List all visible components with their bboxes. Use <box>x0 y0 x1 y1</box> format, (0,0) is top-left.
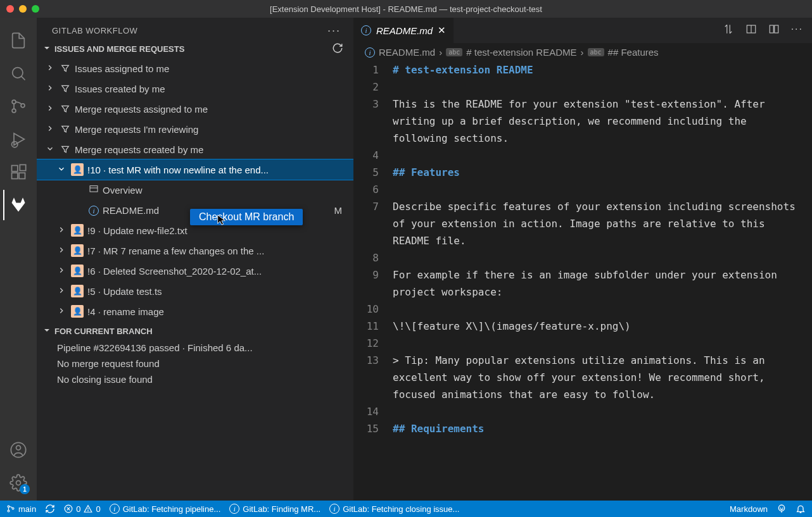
compare-icon[interactable] <box>723 23 734 37</box>
svg-point-13 <box>16 481 21 485</box>
more-icon[interactable]: ··· <box>791 23 803 37</box>
code-line: Describe specific features of your exten… <box>393 198 812 249</box>
code-line: > Tip: Many popular extensions utilize a… <box>393 352 812 403</box>
run-debug-icon[interactable] <box>3 124 34 154</box>
sidebar-title: GITLAB WORKFLOW ··· <box>37 18 353 40</box>
split-editor-icon[interactable] <box>745 23 757 37</box>
svg-rect-14 <box>90 185 98 191</box>
gitlab-issue-status[interactable]: i GitLab: Fetching closing issue... <box>329 504 459 514</box>
close-window-button[interactable] <box>6 5 14 13</box>
chevron-right-icon <box>44 63 56 74</box>
branch-indicator[interactable]: main <box>6 504 36 514</box>
chevron-down-icon <box>42 325 52 337</box>
sync-icon[interactable] <box>45 504 55 514</box>
info-icon: i <box>110 504 120 514</box>
settings-gear-icon[interactable]: 1 <box>3 468 34 498</box>
chevron-right-icon: › <box>581 47 584 58</box>
tab-readme[interactable]: i README.md ✕ <box>353 18 454 43</box>
filter-icon <box>60 144 71 154</box>
chevron-right-icon <box>56 306 67 317</box>
tree-mr-child[interactable]: Overview <box>37 180 353 200</box>
svg-point-4 <box>21 104 25 108</box>
section-branch-header[interactable]: FOR CURRENT BRANCH <box>37 323 353 340</box>
tree-item-label: !10 · test MR with now newline at the en… <box>87 165 348 175</box>
more-icon[interactable]: ··· <box>327 24 341 37</box>
line-number: 6 <box>353 181 379 198</box>
maximize-window-button[interactable] <box>32 5 39 13</box>
tree-item-label: Merge requests created by me <box>75 144 348 155</box>
line-number: 11 <box>353 318 379 335</box>
line-number: 15 <box>353 420 379 437</box>
svg-rect-9 <box>19 173 25 178</box>
tree-mr-item[interactable]: 👤!4 · rename image <box>37 301 353 321</box>
tree-filter-item[interactable]: Merge requests I'm reviewing <box>37 119 353 139</box>
branch-status-item[interactable]: Pipeline #322694136 passed · Finished 6 … <box>57 340 353 356</box>
chevron-right-icon <box>56 225 67 236</box>
tree-item-label: Merge requests assigned to me <box>75 104 348 115</box>
accounts-icon[interactable] <box>3 435 34 465</box>
tree-item-label: Issues assigned to me <box>75 63 348 74</box>
refresh-icon[interactable] <box>332 42 343 56</box>
editor-content[interactable]: 123456789101112131415 # test-extension R… <box>353 61 812 501</box>
close-icon[interactable]: ✕ <box>438 25 446 36</box>
info-icon: i <box>89 204 99 216</box>
info-icon: i <box>229 504 239 514</box>
sidebar: GITLAB WORKFLOW ··· ISSUES AND MERGE REQ… <box>37 18 353 501</box>
titlebar: [Extension Development Host] - README.md… <box>0 0 812 18</box>
gitlab-icon[interactable] <box>3 190 34 220</box>
code-line <box>393 403 812 420</box>
gitlab-mr-status[interactable]: i GitLab: Finding MR... <box>229 504 320 514</box>
source-control-icon[interactable] <box>3 91 34 121</box>
settings-badge: 1 <box>20 484 30 494</box>
line-number: 9 <box>353 266 379 301</box>
svg-marker-5 <box>14 134 24 146</box>
code-line <box>393 249 812 266</box>
tree-filter-item[interactable]: Issues created by me <box>37 78 353 99</box>
line-number: 14 <box>353 403 379 420</box>
language-mode[interactable]: Markdown <box>730 504 768 514</box>
window-title: [Extension Development Host] - README.md… <box>270 4 542 14</box>
tree-filter-item[interactable]: Merge requests assigned to me <box>37 99 353 119</box>
chevron-right-icon <box>56 246 67 256</box>
svg-rect-8 <box>12 173 18 178</box>
code-line <box>393 181 812 198</box>
svg-point-22 <box>12 508 14 509</box>
svg-point-12 <box>16 445 21 450</box>
svg-rect-10 <box>20 165 25 170</box>
problems-indicator[interactable]: 0 0 <box>64 504 100 514</box>
breadcrumb[interactable]: i README.md › abc # test-extension READM… <box>353 43 812 61</box>
code-line: ## Features <box>393 164 812 181</box>
feedback-icon[interactable] <box>777 504 787 514</box>
tree-mr-item[interactable]: 👤!5 · Update test.ts <box>37 281 353 301</box>
tree-filter-item[interactable]: Merge requests created by me <box>37 139 353 159</box>
line-number: 10 <box>353 301 379 318</box>
svg-point-28 <box>778 505 784 511</box>
code-line <box>393 78 812 96</box>
tree-item-label: !5 · Update test.ts <box>87 286 348 297</box>
tree-mr-item[interactable]: 👤!7 · MR 7 rename a few changes on the .… <box>37 240 353 261</box>
tree-mr-item[interactable]: 👤!10 · test MR with now newline at the e… <box>37 159 353 180</box>
code-line: # test-extension README <box>393 61 812 78</box>
notifications-icon[interactable] <box>796 504 806 514</box>
context-menu: Checkout MR branch <box>190 209 303 225</box>
svg-point-0 <box>13 68 23 78</box>
overview-icon <box>89 184 99 196</box>
section-issues-header[interactable]: ISSUES AND MERGE REQUESTS <box>37 40 353 58</box>
explorer-icon[interactable] <box>3 25 34 56</box>
tree-filter-item[interactable]: Issues assigned to me <box>37 58 353 78</box>
extensions-icon[interactable] <box>3 157 34 187</box>
chevron-right-icon <box>44 104 56 115</box>
context-menu-item-checkout[interactable]: Checkout MR branch <box>199 211 294 223</box>
line-number: 2 <box>353 78 379 96</box>
svg-point-27 <box>88 511 89 511</box>
search-icon[interactable] <box>3 58 34 89</box>
minimize-window-button[interactable] <box>19 5 27 13</box>
tree-mr-item[interactable]: 👤!6 · Deleted Screenshot_2020-12-02_at..… <box>37 261 353 281</box>
code-line <box>393 335 812 352</box>
gitlab-pipeline-status[interactable]: i GitLab: Fetching pipeline... <box>110 504 221 514</box>
branch-status-item[interactable]: No closing issue found <box>57 371 353 387</box>
line-number: 1 <box>353 61 379 78</box>
layout-icon[interactable] <box>768 23 780 37</box>
line-number: 4 <box>353 147 379 164</box>
branch-status-item[interactable]: No merge request found <box>57 356 353 371</box>
